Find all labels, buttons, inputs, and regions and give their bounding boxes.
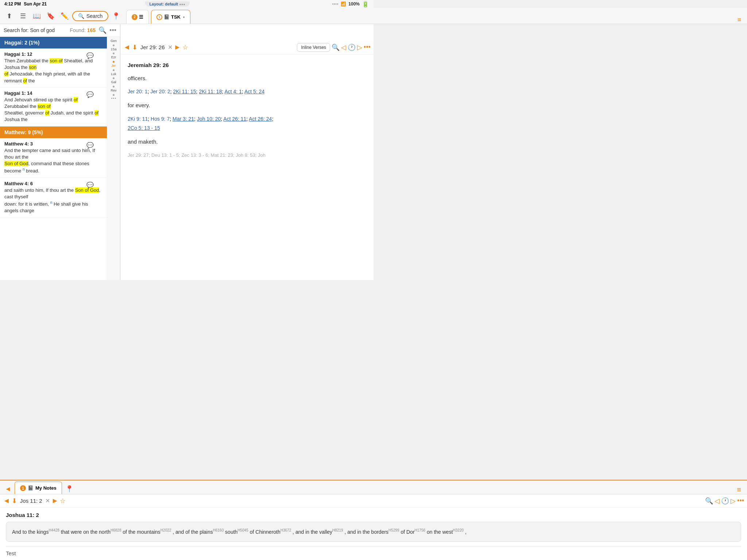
cross-ref-jer20-2[interactable]: Jer 20: 2	[150, 89, 170, 94]
search-icon: 🔍	[78, 13, 84, 19]
tab-tsk[interactable]: 1 📓 TSK ●	[151, 10, 190, 24]
left-panel: Search for: Son of god Found: 165 🔍 ••• …	[0, 24, 120, 280]
cross-ref-hos9-7[interactable]: Hos 9: 7	[151, 116, 170, 122]
cross-ref-2co5-13[interactable]: 2Co 5: 13 - 15	[128, 125, 160, 131]
add-icon: ⬆	[7, 12, 12, 20]
cross-ref-act26-24[interactable]: Act 26: 24	[249, 116, 272, 122]
location-icon-btn[interactable]: 📍	[110, 10, 122, 22]
section-matthew: Matthew: 9 (5%)	[0, 127, 107, 138]
tab-list-badge: 2	[132, 14, 138, 20]
nav-star-icon[interactable]: ☆	[182, 43, 188, 51]
book-luk[interactable]: Luk	[107, 71, 120, 77]
status-bar: 4:12 PM Sun Apr 21 Layout: default ●●● ·…	[0, 0, 374, 8]
tab-tsk-badge: 1	[156, 14, 162, 20]
cross-ref-act5-24[interactable]: Act 5: 24	[244, 89, 264, 94]
nav-prev-btn[interactable]: ◄	[123, 43, 131, 51]
result-matthew-4-6[interactable]: Matthew 4: 6 and saith unto him, If thou…	[0, 178, 107, 218]
search-action-icon[interactable]: 🔍	[98, 26, 107, 34]
section-haggai: Haggai: 2 (1%)	[0, 37, 107, 48]
book-gen[interactable]: Gen	[107, 38, 120, 44]
more-action-icon[interactable]: •••	[109, 27, 116, 34]
nav-next-btn[interactable]: ►	[174, 43, 181, 51]
location-icon: 📍	[112, 12, 120, 20]
comment-icon[interactable]: 💬	[86, 182, 94, 188]
pencil-icon: ✏️	[61, 12, 69, 20]
status-right: ···· 📶 100% 🔋	[332, 1, 369, 8]
result-text: Then Zerubbabel the son of Shealtiel, an…	[4, 58, 102, 84]
time: 4:12 PM	[4, 1, 21, 7]
result-matthew-4-3[interactable]: Matthew 4: 3 And the tempter came and sa…	[0, 138, 107, 178]
book-jer[interactable]: Jer	[107, 63, 120, 69]
verse-text-officers: officers.	[128, 74, 366, 83]
comment-icon[interactable]: 💬	[86, 142, 94, 149]
cross-ref-2ki9-11[interactable]: 2Ki 9: 11	[128, 116, 148, 122]
inline-verses-button[interactable]: Inline Verses	[297, 43, 330, 52]
pencil-icon-btn[interactable]: ✏️	[58, 10, 71, 22]
cross-ref-jer20-1[interactable]: Jer 20: 1	[128, 89, 147, 94]
book-index: Gen 1Sa Ezr Jer Luk Gal Rev	[107, 37, 120, 280]
nav-reference: Jer 29: 26	[139, 44, 166, 50]
bookmark-icon-btn[interactable]: 🔖	[44, 10, 57, 22]
cross-ref-act26-11[interactable]: Act 26: 11	[223, 116, 246, 122]
scripture-content: Jeremiah 29: 26 officers. Jer 20: 1; Jer…	[120, 55, 374, 280]
verse-text-forevery: for every.	[128, 101, 366, 110]
verse-text-maketh: and maketh.	[128, 137, 366, 147]
book-1sa[interactable]: 1Sa	[107, 47, 120, 52]
book-ezr[interactable]: Ezr	[107, 55, 120, 61]
book-icon-btn[interactable]: 📖	[31, 10, 43, 22]
list-icon: ☰	[20, 12, 26, 20]
notes-icon: 📓	[164, 14, 170, 20]
comment-icon[interactable]: 💬	[86, 91, 94, 98]
nav-more-icon[interactable]: •••	[364, 43, 371, 51]
cross-ref-joh10-20[interactable]: Joh 10: 20	[197, 116, 221, 122]
result-text: And the tempter came and said unto him, …	[4, 147, 102, 175]
date: Sun Apr 21	[24, 1, 47, 7]
nav-download-icon[interactable]: ⬇	[132, 43, 138, 51]
search-query: Search for: Son of god	[4, 27, 55, 33]
add-icon-btn[interactable]: ⬆	[3, 10, 15, 22]
tab-tsk-close[interactable]: ●	[183, 15, 185, 19]
cross-refs-2: 2Ki 9: 11; Hos 9: 7; Mar 3: 21; Joh 10: …	[128, 114, 366, 133]
cross-ref-2ki11-15[interactable]: 2Ki 11: 15	[173, 89, 196, 94]
book-icon: 📖	[33, 12, 41, 20]
list-tab-icon: ☰	[139, 14, 143, 20]
result-text: and saith unto him, If thou art the Son …	[4, 187, 102, 214]
tab-list[interactable]: 2 ☰	[126, 10, 149, 24]
search-button[interactable]: 🔍 Search	[72, 11, 108, 21]
nav-close-btn[interactable]: ✕	[168, 44, 173, 51]
result-haggai-1-14[interactable]: Haggai 1: 14 And Jehovah stirred up the …	[0, 88, 107, 127]
top-toolbar: ⬆ ☰ 📖 🔖 ✏️ 🔍 Search 📍 ≡ 2 ☰ 1 📓 TSK ● ≡	[0, 8, 374, 24]
results-list: Haggai: 2 (1%) Haggai 1: 12 Then Zerubba…	[0, 37, 107, 280]
right-panel: ◄ ⬇ Jer 29: 26 ✕ ► ☆ Inline Verses 🔍 ◁ 🕐…	[120, 24, 374, 280]
main-content: Search for: Son of god Found: 165 🔍 ••• …	[0, 24, 374, 280]
list-icon-btn[interactable]: ☰	[17, 10, 29, 22]
nav-history-back-icon[interactable]: ◁	[341, 43, 346, 51]
comment-icon[interactable]: 💬	[86, 52, 94, 59]
book-gal[interactable]: Gal	[107, 79, 120, 85]
nav-forward-icon[interactable]: ▷	[357, 43, 362, 51]
tab-tsk-label: TSK	[171, 14, 181, 20]
cross-refs-1: Jer 20: 1; Jer 20: 2; 2Ki 11: 15; 2Ki 11…	[128, 87, 366, 96]
cross-ref-2ki11-18[interactable]: 2Ki 11: 18	[199, 89, 222, 94]
result-haggai-1-12[interactable]: Haggai 1: 12 Then Zerubbabel the son of …	[0, 48, 107, 88]
nav-history-icon[interactable]: 🕐	[348, 43, 356, 51]
cross-ref-act4-1[interactable]: Act 4: 1	[224, 89, 241, 94]
cross-refs-3: Jer 29: 27; Deu 13: 1 - 5; Zec 13: 3 - 6…	[128, 151, 366, 159]
search-header: Search for: Son of god Found: 165 🔍 •••	[0, 24, 120, 37]
layout-label[interactable]: Layout: default ●●●	[145, 1, 189, 7]
search-results: Haggai: 2 (1%) Haggai 1: 12 Then Zerubba…	[0, 37, 120, 280]
main-verse-heading: Jeremiah 29: 26	[128, 61, 366, 70]
bookmark-icon: 🔖	[47, 12, 55, 20]
book-rev[interactable]: Rev	[107, 88, 120, 94]
right-nav: ◄ ⬇ Jer 29: 26 ✕ ► ☆ Inline Verses 🔍 ◁ 🕐…	[120, 40, 374, 55]
cross-ref-mar3-21[interactable]: Mar 3: 21	[173, 116, 194, 122]
result-text: And Jehovah stirred up the spirit of Zer…	[4, 97, 102, 123]
nav-search-icon[interactable]: 🔍	[332, 43, 340, 51]
search-actions: Found: 165 🔍 •••	[70, 26, 116, 34]
